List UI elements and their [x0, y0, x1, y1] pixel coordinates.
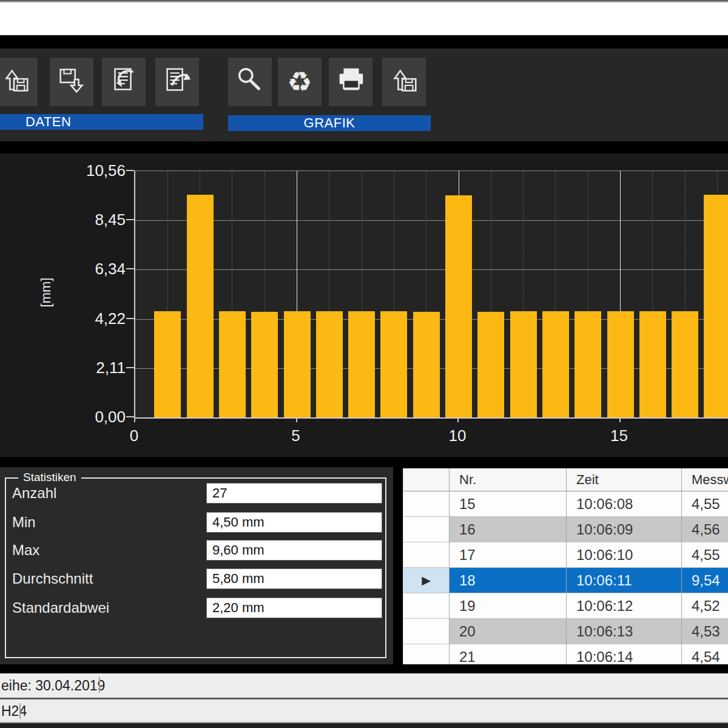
row-selector-cell[interactable] — [403, 593, 450, 619]
y-axis-tick — [126, 170, 134, 171]
y-axis-unit-label: [mm] — [38, 268, 54, 317]
stat-value-standardabwei[interactable] — [206, 598, 382, 618]
table-cell[interactable]: 10:06:09 — [567, 517, 682, 542]
statistics-panel: Statistiken AnzahlMinMaxDurchschnittStan… — [0, 467, 393, 664]
table-cell[interactable]: 18 — [450, 568, 567, 593]
save-data-button[interactable] — [50, 58, 93, 106]
table-cell[interactable]: 4,55 — [682, 542, 728, 568]
y-axis-label: 4,22 — [70, 309, 126, 328]
printer-icon — [334, 64, 367, 99]
table-cell[interactable]: 4,52 — [682, 593, 728, 619]
table-header-selector[interactable] — [403, 468, 450, 491]
table-row[interactable]: 1610:06:094,56 — [403, 517, 728, 542]
table-cell[interactable]: 17 — [450, 542, 567, 568]
table-cell[interactable]: 10:06:10 — [567, 542, 682, 568]
table-cell[interactable]: 21 — [450, 644, 567, 664]
stat-label-standardabwei: Standardabwei — [12, 599, 109, 616]
stat-label-durchschnitt: Durchschnitt — [12, 570, 93, 587]
device-text: H24 — [1, 703, 27, 720]
row-selector-cell[interactable] — [403, 619, 450, 644]
stat-value-max[interactable] — [206, 540, 382, 561]
bar-measurement-4 — [251, 312, 278, 417]
toolbar: ♻ DATEN GRAFIK — [0, 49, 728, 141]
stat-value-durchschnitt[interactable] — [206, 568, 382, 589]
import-document-button[interactable] — [102, 58, 146, 106]
bar-measurement-11 — [477, 312, 504, 417]
statistics-groupbox: Statistiken — [5, 477, 386, 658]
export-document-button[interactable] — [155, 58, 199, 106]
bottom-region: Statistiken AnzahlMinMaxDurchschnittStan… — [0, 467, 728, 664]
status-separator — [99, 677, 100, 693]
statistics-groupbox-title: Statistiken — [18, 471, 81, 484]
y-axis-label: 0,00 — [70, 408, 126, 426]
table-cell[interactable]: 10:06:14 — [567, 644, 682, 664]
table-header-messwert[interactable]: Messwert — [682, 468, 728, 491]
table-cell[interactable]: 10:06:11 — [567, 568, 682, 593]
table-header-nr[interactable]: Nr. — [450, 468, 567, 491]
bar-measurement-9 — [413, 312, 440, 417]
group-label-grafik-text: GRAFIK — [304, 115, 356, 131]
bar-measurement-8 — [380, 311, 407, 417]
export-graphic-button[interactable] — [382, 58, 426, 106]
table-row[interactable]: 1910:06:124,52 — [403, 593, 728, 619]
divider-band — [0, 457, 728, 467]
table-cell[interactable]: 10:06:13 — [567, 619, 682, 644]
table-cell[interactable]: 4,55 — [682, 491, 728, 517]
table-cell[interactable]: 4,56 — [682, 517, 728, 542]
magnifier-icon — [234, 64, 266, 99]
refresh-button[interactable]: ♻ — [278, 58, 322, 106]
table-cell[interactable]: 19 — [450, 593, 567, 619]
table-cell[interactable]: 20 — [450, 619, 567, 644]
measurement-bar-chart: [mm] 0,002,114,226,348,4510,56051015 — [0, 153, 728, 457]
row-selector-cell[interactable] — [403, 644, 450, 664]
y-axis-label: 6,34 — [70, 260, 126, 278]
row-selector-cell[interactable] — [403, 491, 450, 517]
x-axis-tick — [134, 418, 135, 422]
table-header-zeit[interactable]: Zeit — [567, 468, 682, 491]
x-axis-label: 5 — [278, 426, 314, 445]
table-row-selected[interactable]: ▶1810:06:119,54 — [403, 568, 728, 593]
table-cell[interactable]: 10:06:08 — [567, 491, 682, 517]
table-row[interactable]: 2110:06:144,54 — [403, 644, 728, 664]
table-cell[interactable]: 10:06:12 — [567, 593, 682, 619]
table-cell[interactable]: 16 — [450, 517, 567, 542]
disk-up-arrow-icon — [388, 64, 420, 99]
disk-up-arrow-icon — [0, 64, 32, 99]
y-axis-tick — [126, 367, 134, 368]
table-cell[interactable]: 4,53 — [682, 619, 728, 644]
row-selector-cell[interactable] — [403, 542, 450, 568]
bar-measurement-5 — [284, 311, 311, 417]
bar-measurement-18 — [704, 195, 728, 417]
status-separator — [19, 703, 21, 719]
measurement-app-window: ♻ DATEN GRAFIK [mm] 0,002,114,226,348,45… — [0, 0, 728, 728]
x-axis-tick — [457, 418, 459, 422]
status-bar-series: eihe: 30.04.2019 — [0, 673, 728, 699]
row-selector-cell[interactable] — [403, 517, 450, 542]
y-axis-tick — [126, 219, 134, 220]
table-cell[interactable]: 9,54 — [682, 568, 728, 593]
window-bottom-edge — [0, 723, 728, 728]
bar-measurement-7 — [348, 311, 375, 417]
zoom-button[interactable] — [228, 58, 272, 106]
table-cell[interactable]: 4,54 — [682, 644, 728, 664]
document-import-icon — [107, 64, 140, 99]
table-row[interactable]: 1510:06:084,55 — [403, 491, 728, 517]
recycle-icon: ♻ — [287, 68, 312, 96]
x-axis-tick — [619, 418, 621, 422]
table-row[interactable]: 1710:06:104,55 — [403, 542, 728, 568]
bar-measurement-15 — [607, 311, 634, 417]
table-row[interactable]: 2010:06:134,53 — [403, 619, 728, 644]
load-data-button[interactable] — [0, 58, 38, 106]
table-cell[interactable]: 15 — [450, 491, 567, 517]
gridline-horizontal — [135, 269, 728, 270]
toolbar-group-label-daten: DATEN — [0, 114, 203, 130]
divider-band — [0, 141, 728, 153]
x-axis-tick — [296, 418, 297, 422]
bar-measurement-16 — [639, 311, 666, 417]
bar-measurement-14 — [575, 311, 601, 417]
stat-value-anzahl[interactable] — [206, 483, 382, 504]
stat-value-min[interactable] — [206, 512, 382, 533]
divider-band — [0, 35, 728, 49]
selected-row-marker[interactable]: ▶ — [403, 568, 450, 593]
print-button[interactable] — [329, 58, 372, 106]
